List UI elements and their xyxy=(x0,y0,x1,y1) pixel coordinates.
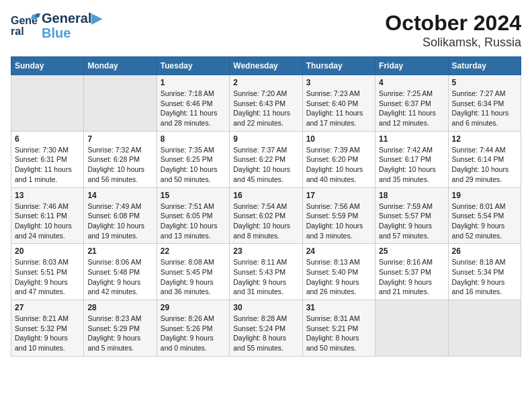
title-block: October 2024 Solikamsk, Russia xyxy=(385,11,521,50)
day-number: 2 xyxy=(233,78,298,87)
day-info: Sunrise: 7:51 AMSunset: 6:05 PMDaylight:… xyxy=(161,201,226,241)
logo-text-line1: General▶ xyxy=(42,11,101,26)
day-info: Sunrise: 8:01 AMSunset: 5:54 PMDaylight:… xyxy=(452,201,517,241)
day-number: 28 xyxy=(87,303,152,312)
day-number: 26 xyxy=(452,246,517,256)
day-cell: 17Sunrise: 7:56 AMSunset: 5:59 PMDayligh… xyxy=(302,187,375,244)
day-number: 9 xyxy=(233,134,298,144)
day-number: 24 xyxy=(306,246,371,256)
logo: Gene ral General▶ Blue xyxy=(11,11,101,40)
header-friday: Friday xyxy=(375,57,448,75)
day-number: 23 xyxy=(233,246,298,256)
day-info: Sunrise: 7:23 AMSunset: 6:40 PMDaylight:… xyxy=(306,89,371,128)
day-number: 16 xyxy=(233,191,298,200)
day-number: 11 xyxy=(379,134,444,144)
day-cell xyxy=(84,75,157,132)
day-cell: 4Sunrise: 7:25 AMSunset: 6:37 PMDaylight… xyxy=(375,75,448,132)
day-info: Sunrise: 7:20 AMSunset: 6:43 PMDaylight:… xyxy=(233,89,298,128)
day-info: Sunrise: 7:18 AMSunset: 6:46 PMDaylight:… xyxy=(161,89,226,128)
day-cell: 25Sunrise: 8:16 AMSunset: 5:37 PMDayligh… xyxy=(375,244,448,300)
day-cell: 14Sunrise: 7:49 AMSunset: 6:08 PMDayligh… xyxy=(84,187,157,244)
logo-text-line2: Blue xyxy=(42,26,101,40)
week-row-5: 27Sunrise: 8:21 AMSunset: 5:32 PMDayligh… xyxy=(11,300,521,357)
day-info: Sunrise: 7:59 AMSunset: 5:57 PMDaylight:… xyxy=(379,201,444,241)
header-sunday: Sunday xyxy=(11,57,84,75)
day-info: Sunrise: 8:21 AMSunset: 5:32 PMDaylight:… xyxy=(15,314,80,353)
day-info: Sunrise: 8:03 AMSunset: 5:51 PMDaylight:… xyxy=(15,257,80,297)
day-number: 19 xyxy=(452,191,517,200)
day-number: 14 xyxy=(87,191,152,200)
day-info: Sunrise: 8:13 AMSunset: 5:40 PMDaylight:… xyxy=(306,257,371,297)
day-number: 5 xyxy=(452,78,517,87)
day-info: Sunrise: 7:30 AMSunset: 6:31 PMDaylight:… xyxy=(15,145,80,185)
day-info: Sunrise: 7:49 AMSunset: 6:08 PMDaylight:… xyxy=(87,201,152,241)
day-info: Sunrise: 7:35 AMSunset: 6:25 PMDaylight:… xyxy=(161,145,226,185)
day-number: 10 xyxy=(306,134,371,144)
week-row-4: 20Sunrise: 8:03 AMSunset: 5:51 PMDayligh… xyxy=(11,244,521,300)
day-cell: 21Sunrise: 8:06 AMSunset: 5:48 PMDayligh… xyxy=(84,244,157,300)
day-info: Sunrise: 7:44 AMSunset: 6:14 PMDaylight:… xyxy=(452,145,517,185)
week-row-1: 1Sunrise: 7:18 AMSunset: 6:46 PMDaylight… xyxy=(11,75,521,132)
day-cell: 11Sunrise: 7:42 AMSunset: 6:17 PMDayligh… xyxy=(375,131,448,187)
day-number: 25 xyxy=(379,246,444,256)
header-thursday: Thursday xyxy=(302,57,375,75)
day-number: 27 xyxy=(15,303,80,312)
day-number: 18 xyxy=(379,191,444,200)
week-row-2: 6Sunrise: 7:30 AMSunset: 6:31 PMDaylight… xyxy=(11,131,521,187)
day-cell: 30Sunrise: 8:28 AMSunset: 5:24 PMDayligh… xyxy=(230,300,302,357)
day-cell: 16Sunrise: 7:54 AMSunset: 6:02 PMDayligh… xyxy=(230,187,302,244)
day-cell: 24Sunrise: 8:13 AMSunset: 5:40 PMDayligh… xyxy=(302,244,375,300)
day-number: 12 xyxy=(452,134,517,144)
page-title: October 2024 xyxy=(385,11,521,36)
day-cell: 26Sunrise: 8:18 AMSunset: 5:34 PMDayligh… xyxy=(448,244,521,300)
day-number: 13 xyxy=(15,191,80,200)
day-info: Sunrise: 8:16 AMSunset: 5:37 PMDaylight:… xyxy=(379,257,444,297)
day-info: Sunrise: 8:26 AMSunset: 5:26 PMDaylight:… xyxy=(161,314,226,353)
header-wednesday: Wednesday xyxy=(230,57,302,75)
header-monday: Monday xyxy=(84,57,157,75)
day-cell: 3Sunrise: 7:23 AMSunset: 6:40 PMDaylight… xyxy=(302,75,375,132)
day-cell: 10Sunrise: 7:39 AMSunset: 6:20 PMDayligh… xyxy=(302,131,375,187)
day-info: Sunrise: 7:32 AMSunset: 6:28 PMDaylight:… xyxy=(87,145,152,185)
day-cell: 9Sunrise: 7:37 AMSunset: 6:22 PMDaylight… xyxy=(230,131,302,187)
day-info: Sunrise: 8:08 AMSunset: 5:45 PMDaylight:… xyxy=(161,257,226,297)
day-cell: 20Sunrise: 8:03 AMSunset: 5:51 PMDayligh… xyxy=(11,244,84,300)
day-number: 21 xyxy=(87,246,152,256)
day-cell: 15Sunrise: 7:51 AMSunset: 6:05 PMDayligh… xyxy=(157,187,229,244)
day-cell xyxy=(448,300,521,357)
day-number: 3 xyxy=(306,78,371,87)
day-cell: 28Sunrise: 8:23 AMSunset: 5:29 PMDayligh… xyxy=(84,300,157,357)
day-cell xyxy=(375,300,448,357)
day-info: Sunrise: 8:23 AMSunset: 5:29 PMDaylight:… xyxy=(87,314,152,353)
day-cell xyxy=(11,75,84,132)
day-number: 15 xyxy=(161,191,226,200)
day-number: 22 xyxy=(161,246,226,256)
day-info: Sunrise: 7:42 AMSunset: 6:17 PMDaylight:… xyxy=(379,145,444,185)
day-cell: 2Sunrise: 7:20 AMSunset: 6:43 PMDaylight… xyxy=(230,75,302,132)
page-subtitle: Solikamsk, Russia xyxy=(385,36,521,50)
day-cell: 5Sunrise: 7:27 AMSunset: 6:34 PMDaylight… xyxy=(448,75,521,132)
calendar-table: SundayMondayTuesdayWednesdayThursdayFrid… xyxy=(11,56,521,357)
svg-marker-3 xyxy=(35,13,40,17)
logo-icon: Gene ral xyxy=(11,12,40,39)
day-cell: 6Sunrise: 7:30 AMSunset: 6:31 PMDaylight… xyxy=(11,131,84,187)
day-info: Sunrise: 8:18 AMSunset: 5:34 PMDaylight:… xyxy=(452,257,517,297)
day-info: Sunrise: 8:11 AMSunset: 5:43 PMDaylight:… xyxy=(233,257,298,297)
day-info: Sunrise: 8:06 AMSunset: 5:48 PMDaylight:… xyxy=(87,257,152,297)
day-info: Sunrise: 7:46 AMSunset: 6:11 PMDaylight:… xyxy=(15,201,80,241)
day-cell: 29Sunrise: 8:26 AMSunset: 5:26 PMDayligh… xyxy=(157,300,229,357)
day-cell: 18Sunrise: 7:59 AMSunset: 5:57 PMDayligh… xyxy=(375,187,448,244)
day-number: 7 xyxy=(87,134,152,144)
day-cell: 8Sunrise: 7:35 AMSunset: 6:25 PMDaylight… xyxy=(157,131,229,187)
day-info: Sunrise: 7:25 AMSunset: 6:37 PMDaylight:… xyxy=(379,89,444,128)
day-cell: 23Sunrise: 8:11 AMSunset: 5:43 PMDayligh… xyxy=(230,244,302,300)
svg-text:ral: ral xyxy=(11,26,24,37)
header-tuesday: Tuesday xyxy=(157,57,229,75)
day-cell: 22Sunrise: 8:08 AMSunset: 5:45 PMDayligh… xyxy=(157,244,229,300)
day-cell: 27Sunrise: 8:21 AMSunset: 5:32 PMDayligh… xyxy=(11,300,84,357)
header-saturday: Saturday xyxy=(448,57,521,75)
day-number: 20 xyxy=(15,246,80,256)
day-number: 31 xyxy=(306,303,371,312)
day-info: Sunrise: 7:39 AMSunset: 6:20 PMDaylight:… xyxy=(306,145,371,185)
day-info: Sunrise: 8:31 AMSunset: 5:21 PMDaylight:… xyxy=(306,314,371,353)
